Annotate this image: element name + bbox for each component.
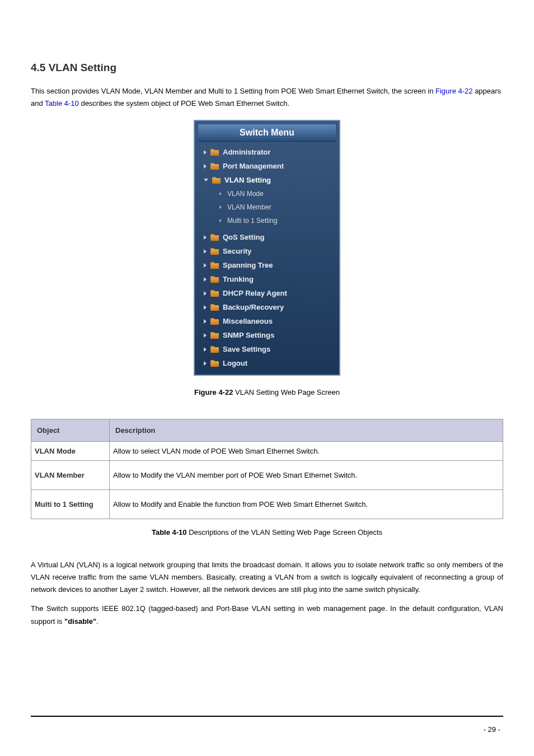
folder-icon — [212, 177, 221, 184]
table-row: Multi to 1 Setting Allow to Modify and E… — [31, 490, 503, 519]
menu-item-port-management[interactable]: Port Management — [198, 159, 336, 173]
table-cell-object: Multi to 1 Setting — [31, 490, 110, 519]
menu-item-administrator[interactable]: Administrator — [198, 145, 336, 159]
submenu-item-label: VLAN Member — [227, 203, 271, 211]
table-header-object: Object — [31, 419, 110, 442]
chevron-right-icon — [204, 319, 207, 324]
figure-caption-rest: VLAN Setting Web Page Screen — [233, 388, 340, 396]
folder-icon — [210, 360, 219, 367]
intro-text-1: This section provides VLAN Mode, VLAN Me… — [31, 87, 435, 95]
chevron-right-icon — [204, 235, 207, 240]
menu-item-security[interactable]: Security — [198, 244, 336, 258]
folder-icon — [210, 248, 219, 255]
chevron-right-icon — [204, 150, 207, 155]
folder-icon — [210, 163, 219, 170]
figure-ref-link[interactable]: Figure 4-22 — [435, 87, 472, 95]
submenu-item-label: VLAN Mode — [227, 190, 264, 198]
chevron-right-icon — [204, 277, 207, 282]
menu-header: Switch Menu — [198, 124, 336, 142]
menu-item-label: Security — [223, 247, 251, 255]
figure-caption-bold: Figure 4-22 — [194, 388, 233, 396]
chevron-down-icon — [204, 179, 208, 181]
page-number: - 29 - — [484, 725, 500, 734]
para2-part2: . — [96, 617, 99, 626]
menu-item-label: Trunking — [223, 275, 254, 283]
switch-menu-panel: Switch Menu Administrator Port Managemen… — [194, 120, 340, 376]
menu-list: Administrator Port Management VLAN Setti… — [195, 143, 339, 370]
menu-item-label: DHCP Relay Agent — [223, 289, 287, 297]
menu-item-dhcp-relay-agent[interactable]: DHCP Relay Agent — [198, 286, 336, 300]
menu-item-label: Save Settings — [223, 345, 270, 353]
menu-header-label: Switch Menu — [240, 128, 294, 137]
menu-item-label: Logout — [223, 359, 247, 367]
intro-paragraph: This section provides VLAN Mode, VLAN Me… — [31, 85, 503, 110]
menu-item-label: Administrator — [223, 148, 270, 156]
menu-item-label: Spanning Tree — [223, 261, 273, 269]
para2-part1: The Switch supports IEEE 802.1Q (tagged-… — [31, 604, 503, 625]
chevron-right-icon — [204, 291, 207, 296]
table-cell-object: VLAN Member — [31, 461, 110, 490]
table-cell-description: Allow to Modify and Enable the function … — [110, 490, 503, 519]
chevron-right-icon — [204, 305, 207, 310]
folder-icon — [210, 262, 219, 269]
submenu-item-label: Multi to 1 Setting — [227, 217, 277, 225]
table-header-description: Description — [110, 419, 503, 442]
menu-item-save-settings[interactable]: Save Settings — [198, 342, 336, 356]
table-cell-description: Allow to Modify the VLAN member port of … — [110, 461, 503, 490]
table-ref-link[interactable]: Table 4-10 — [45, 99, 79, 108]
menu-item-trunking[interactable]: Trunking — [198, 272, 336, 286]
chevron-right-icon — [219, 206, 222, 209]
folder-icon — [210, 346, 219, 353]
chevron-right-icon — [204, 333, 207, 338]
intro-text-3: describes the system object of POE Web S… — [79, 99, 289, 108]
menu-item-label: Miscellaneous — [223, 317, 273, 325]
submenu-item-vlan-member[interactable]: VLAN Member — [198, 200, 336, 214]
chevron-right-icon — [204, 347, 207, 352]
submenu-item-vlan-mode[interactable]: VLAN Mode — [198, 187, 336, 200]
folder-icon — [210, 234, 219, 241]
table-caption: Table 4-10 Descriptions of the VLAN Sett… — [31, 528, 503, 536]
menu-item-label: VLAN Setting — [224, 176, 271, 184]
table-cell-description: Allow to select VLAN mode of POE Web Sma… — [110, 442, 503, 461]
menu-item-snmp-settings[interactable]: SNMP Settings — [198, 328, 336, 342]
menu-item-backup-recovery[interactable]: Backup/Recovery — [198, 300, 336, 314]
folder-icon — [210, 332, 219, 339]
submenu-list: VLAN Mode VLAN Member Multi to 1 Setting — [198, 187, 336, 230]
vlan-support-paragraph: The Switch supports IEEE 802.1Q (tagged-… — [31, 603, 503, 627]
folder-icon — [210, 276, 219, 283]
folder-icon — [210, 290, 219, 297]
folder-icon — [210, 304, 219, 311]
menu-item-label: QoS Setting — [223, 233, 264, 241]
page-footer-rule — [31, 716, 503, 717]
chevron-right-icon — [204, 164, 207, 169]
table-row: VLAN Member Allow to Modify the VLAN mem… — [31, 461, 503, 490]
submenu-item-multi-to-1[interactable]: Multi to 1 Setting — [198, 214, 336, 227]
menu-item-logout[interactable]: Logout — [198, 356, 336, 370]
folder-icon — [210, 149, 219, 156]
para2-bold: "disable" — [64, 617, 96, 626]
menu-item-spanning-tree[interactable]: Spanning Tree — [198, 258, 336, 272]
description-table: Object Description VLAN Mode Allow to se… — [31, 419, 503, 519]
chevron-right-icon — [219, 192, 222, 195]
table-caption-rest: Descriptions of the VLAN Setting Web Pag… — [187, 528, 383, 536]
menu-item-label: Backup/Recovery — [223, 303, 284, 311]
chevron-right-icon — [204, 263, 207, 268]
section-heading: 4.5 VLAN Setting — [31, 62, 503, 74]
menu-item-vlan-setting[interactable]: VLAN Setting — [198, 173, 336, 187]
chevron-right-icon — [204, 361, 207, 366]
menu-item-qos-setting[interactable]: QoS Setting — [198, 230, 336, 244]
chevron-right-icon — [219, 219, 222, 222]
menu-item-miscellaneous[interactable]: Miscellaneous — [198, 314, 336, 328]
table-caption-bold: Table 4-10 — [152, 528, 187, 536]
figure-caption: Figure 4-22 VLAN Setting Web Page Screen — [31, 388, 503, 396]
menu-item-label: SNMP Settings — [223, 331, 274, 339]
menu-item-label: Port Management — [223, 162, 284, 170]
table-row: VLAN Mode Allow to select VLAN mode of P… — [31, 442, 503, 461]
table-cell-object: VLAN Mode — [31, 442, 110, 461]
chevron-right-icon — [204, 249, 207, 254]
folder-icon — [210, 318, 219, 325]
vlan-description-paragraph: A Virtual LAN (VLAN) is a logical networ… — [31, 559, 503, 596]
